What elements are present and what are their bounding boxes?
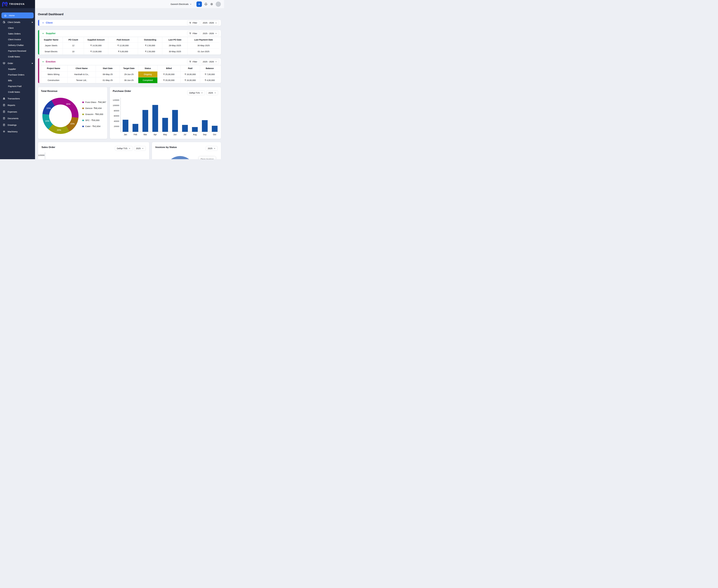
table-cell: Tenner Ltd., xyxy=(67,77,96,83)
total-revenue-card: Total Revenue 35%15%20%15%15% Fuso Glass… xyxy=(38,87,107,139)
bar xyxy=(152,105,158,132)
legend-label: Grascim - ₹65,000 xyxy=(85,113,103,115)
avatar[interactable] xyxy=(216,2,221,7)
notifications-button[interactable] xyxy=(204,2,208,6)
table-cell: 01-May-25 xyxy=(96,77,120,83)
table-row: ConstructionTenner Ltd.,01-May-2530-Jun-… xyxy=(40,77,220,83)
legend-item: SFC - ₹30,000 xyxy=(82,119,106,122)
total-revenue-title: Total Revenue xyxy=(41,90,104,92)
invoices-tooltip: Open Invoices 25% xyxy=(199,156,216,159)
table-cell: ₹ 2,50,000 xyxy=(138,42,162,48)
chevron-right-icon: ▶ xyxy=(32,62,33,64)
legend-item: Grascim - ₹65,000 xyxy=(82,113,106,115)
client-year-select[interactable]: 2025 - 2026 xyxy=(201,21,219,25)
legend-item: Fuso Glass - ₹40,987 xyxy=(82,101,106,104)
doc-icon xyxy=(2,117,6,120)
sidebar-item-machinery[interactable]: Machinery xyxy=(0,129,35,134)
column-header: Balance xyxy=(200,65,220,71)
sidebar-item-sales-orders[interactable]: Sales Orders xyxy=(0,31,35,37)
sidebar-item-client-invoice[interactable]: Client Invoice xyxy=(0,37,35,42)
bar xyxy=(142,110,148,132)
table-cell: 30-May-2025 xyxy=(162,48,188,55)
sidebar-item-credit-notes[interactable]: Credit Notes xyxy=(0,54,35,59)
sidebar-item-credit-notes[interactable]: Credit Notes xyxy=(0,89,35,95)
erection-filter-button[interactable]: Filter xyxy=(187,59,199,64)
sidebar-item-label: Expenses xyxy=(7,110,33,113)
sidebar-item-label: Payment Paid xyxy=(8,85,33,87)
sidebar-item-bills[interactable]: Bills xyxy=(0,78,35,83)
bar-slot xyxy=(180,98,190,132)
brand-logo-area: TRIONOVA xyxy=(0,0,35,8)
table-cell: ₹ 5,00,000 xyxy=(108,48,138,55)
table-cell: ₹ 13,00,000 xyxy=(84,48,108,55)
order-icon xyxy=(2,62,6,65)
page-title: Overall Dashboard xyxy=(38,13,221,16)
sales-order-company-select[interactable]: Delhpi TVS xyxy=(115,146,132,151)
supplier-year-select[interactable]: 2025 - 2026 xyxy=(201,31,219,36)
purchase-order-company-select[interactable]: Delhpi TVS xyxy=(187,90,205,95)
invoices-year-select[interactable]: 2025 xyxy=(206,146,218,151)
purchase-order-bar-chart: 20000400006000080000100000120000 xyxy=(121,98,220,132)
table-cell: 12 xyxy=(63,42,84,48)
sidebar-item-documents[interactable]: Documents xyxy=(0,115,35,121)
table-cell: 30-Jun-25 xyxy=(120,77,138,83)
sidebar-item-label: Payment Received xyxy=(8,50,33,52)
chevron-down-icon xyxy=(214,92,216,94)
charts-row: Total Revenue 35%15%20%15%15% Fuso Glass… xyxy=(38,87,221,139)
org-switcher[interactable]: Ganesh Electricals xyxy=(170,3,192,5)
x-axis-tick-label: Jan xyxy=(121,133,130,136)
client-section-header[interactable]: Client Filter 2025 - 2026 xyxy=(38,20,221,26)
legend-label: SFC - ₹30,000 xyxy=(85,119,100,122)
client-filter-button[interactable]: Filter xyxy=(187,21,199,25)
sidebar-item-order[interactable]: Order▶ xyxy=(0,60,35,66)
purchase-order-year-select[interactable]: 2025 xyxy=(206,90,218,95)
bar-slot xyxy=(130,98,140,132)
chevron-down-icon xyxy=(42,22,44,24)
legend-dot xyxy=(82,113,84,115)
table-cell: 06-May-25 xyxy=(96,71,120,77)
sidebar-item-drawings[interactable]: Drawings xyxy=(0,122,35,128)
sales-order-year-select[interactable]: 2025 xyxy=(134,146,146,151)
donut-slice-label: 15% xyxy=(45,120,49,122)
bar-slot xyxy=(200,98,210,132)
status-badge: Completed xyxy=(138,77,157,83)
bar-slot xyxy=(170,98,180,132)
sidebar-item-label: Client Invoice xyxy=(8,38,33,41)
chevron-down-icon xyxy=(190,3,192,5)
erection-section-header[interactable]: Erection Filter 2025 - 2026 xyxy=(38,58,221,65)
sidebar-item-expenses[interactable]: Expenses xyxy=(0,109,35,114)
column-header: Start Date xyxy=(96,65,120,71)
sidebar-item-transactions[interactable]: Transactions xyxy=(0,96,35,101)
supplier-filter-button[interactable]: Filter xyxy=(187,31,199,36)
settings-button[interactable] xyxy=(210,2,213,6)
x-axis-tick-label: Jun xyxy=(170,133,180,136)
column-header: Target Date xyxy=(120,65,138,71)
sidebar-item-purchase-orders[interactable]: Purchase Orders xyxy=(0,72,35,78)
sidebar-item-payment-paid[interactable]: Payment Paid xyxy=(0,83,35,89)
sidebar-item-client[interactable]: Client xyxy=(0,25,35,31)
sidebar-item-delivery-challan[interactable]: Delivery Challan xyxy=(0,42,35,48)
x-axis-tick-label: May xyxy=(160,133,170,136)
client-accent-bar xyxy=(38,20,39,26)
sidebar-item-label: Bills xyxy=(8,79,33,82)
column-header: Last Payment Date xyxy=(187,37,220,42)
sidebar-item-home[interactable]: Home xyxy=(1,13,34,18)
supplier-section-header[interactable]: Supplier Filter 2025 - 2026 xyxy=(38,30,221,37)
brand-name: TRIONOVA xyxy=(9,3,25,6)
sidebar-item-supplier[interactable]: Supplier xyxy=(0,66,35,72)
legend-label: Fuso Glass - ₹40,987 xyxy=(85,101,106,104)
legend-dot xyxy=(82,102,84,103)
table-cell: ₹ 2,50,000 xyxy=(138,48,162,55)
table-cell: ₹ 25,00,000 xyxy=(157,71,180,77)
sidebar-item-reports[interactable]: Reports xyxy=(0,102,35,108)
add-button[interactable]: + xyxy=(197,1,202,7)
erection-year-select[interactable]: 2025 - 2026 xyxy=(201,59,219,64)
sidebar-item-client-details[interactable]: Client Details▶ xyxy=(0,19,35,25)
purchase-order-card: Purchase Order Delhpi TVS 2025 xyxy=(110,87,221,139)
purchase-order-x-labels: JanFebMarAprMayJunJulAugSepOct xyxy=(121,133,220,136)
purchase-order-title: Purchase Order xyxy=(113,90,131,92)
x-axis-tick-label: Jul xyxy=(180,133,190,136)
table-row: Metro WiringHarshath & Co.,06-May-2529-J… xyxy=(40,71,220,77)
sidebar-item-payment-received[interactable]: Payment Received xyxy=(0,48,35,54)
doc-icon xyxy=(2,123,6,126)
